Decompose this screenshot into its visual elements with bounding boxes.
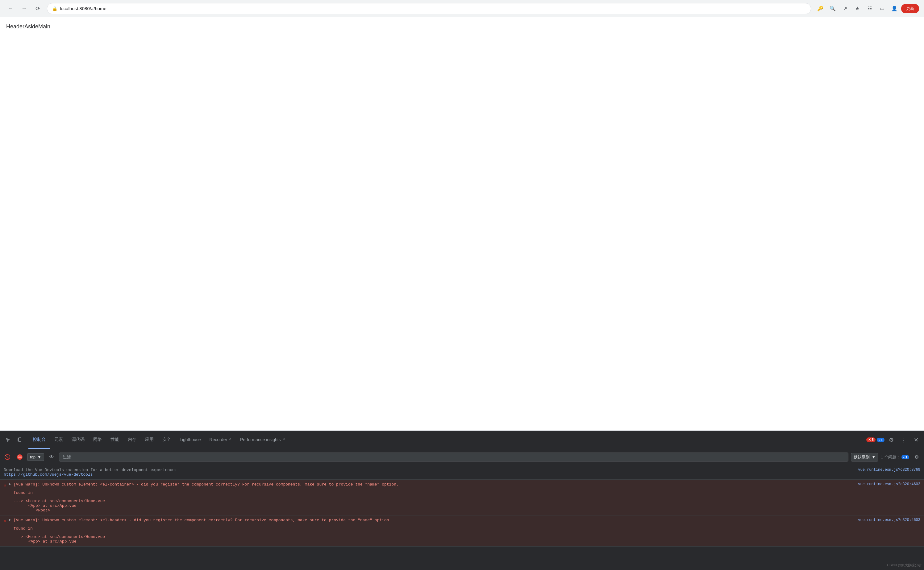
level-chevron-icon: ▼	[872, 455, 876, 459]
device-toolbar-icon[interactable]	[15, 434, 26, 446]
password-icon[interactable]: 🔑	[815, 3, 826, 14]
tab-performance[interactable]: 性能	[106, 431, 123, 449]
error-detail-1: found in	[14, 490, 856, 495]
console-messages: Download the Vue Devtools extension for …	[0, 465, 924, 570]
console-settings-icon[interactable]: ⚙	[912, 452, 921, 462]
eye-icon[interactable]: 👁	[47, 452, 57, 462]
error-icon-2: ✕	[4, 518, 6, 524]
update-button[interactable]: 更新	[901, 4, 919, 13]
tab-sources[interactable]: 源代码	[67, 431, 89, 449]
info-message-body: Download the Vue Devtools extension for …	[4, 468, 855, 477]
more-options-icon[interactable]: ⋮	[898, 434, 909, 446]
error-message-text-2: [Vue warn]: Unknown custom element: <el-…	[14, 518, 856, 522]
info-message-source[interactable]: vue.runtime.esm.js?c320:8769	[858, 468, 920, 472]
error-stack-1: ---> <Home> at src/components/Home.vue <…	[14, 499, 856, 513]
forward-button[interactable]: →	[18, 3, 30, 14]
page-content: HeaderAsideMain	[0, 17, 924, 153]
tab-recorder[interactable]: Recorder ⚐	[205, 431, 236, 449]
console-message-error-2: ✕ ► [Vue warn]: Unknown custom element: …	[0, 515, 924, 547]
inspect-element-icon[interactable]	[3, 434, 14, 446]
browser-toolbar-icons: 🔑 🔍 ↗ ★ ☷ ▭ 👤 更新	[815, 3, 919, 14]
error-message-text-1: [Vue warn]: Unknown custom element: <el-…	[14, 482, 856, 487]
back-button[interactable]: ←	[5, 3, 16, 14]
message-badge: ▪ 1	[877, 438, 884, 442]
tab-lighthouse[interactable]: Lighthouse	[175, 431, 205, 449]
context-selector[interactable]: top ▼	[27, 453, 44, 461]
tab-search-icon[interactable]: ☷	[864, 3, 875, 14]
split-icon[interactable]: ▭	[876, 3, 887, 14]
error-badge: ✕ 5	[866, 437, 876, 442]
tab-perf-insights[interactable]: Performance insights ⚐	[236, 431, 289, 449]
zoom-icon[interactable]: 🔍	[827, 3, 838, 14]
watermark: CSDN @疯大数据分析	[887, 563, 921, 567]
console-toolbar: 🚫 ⛔ top ▼ 👁 默认级别 ▼ 1 个问题： ▪ 1 ⚙	[0, 449, 924, 465]
tab-console[interactable]: 控制台	[28, 431, 50, 449]
error-message-source-1[interactable]: vue.runtime.esm.js?c320:4603	[858, 482, 920, 486]
expand-arrow-2[interactable]: ►	[9, 518, 11, 522]
lock-icon: 🔒	[52, 6, 57, 11]
page-title: HeaderAsideMain	[6, 23, 50, 30]
console-message-info: Download the Vue Devtools extension for …	[0, 465, 924, 480]
devtools-tabs: 控制台 元素 源代码 网络 性能 内存 应用 安全	[28, 431, 866, 449]
error-message-body-2: [Vue warn]: Unknown custom element: <el-…	[14, 518, 856, 544]
tab-security[interactable]: 安全	[158, 431, 175, 449]
recorder-flag-icon: ⚐	[228, 437, 231, 441]
perf-insights-flag-icon: ⚐	[282, 437, 285, 441]
filter-input[interactable]	[59, 452, 849, 461]
address-url: localhost:8080/#/home	[60, 6, 806, 11]
tab-network[interactable]: 网络	[89, 431, 106, 449]
devtools-right-toolbar: ✕ 5 ▪ 1 ⚙ ⋮ ✕	[866, 434, 921, 446]
error-stack-2: ---> <Home> at src/components/Home.vue <…	[14, 535, 856, 544]
error-message-body-1: [Vue warn]: Unknown custom element: <el-…	[14, 482, 856, 513]
devtools-toolbar: 控制台 元素 源代码 网络 性能 内存 应用 安全	[0, 431, 924, 449]
star-icon[interactable]: ★	[852, 3, 863, 14]
vue-devtools-link[interactable]: https://github.com/vuejs/vue-devtools	[4, 472, 93, 477]
tab-memory[interactable]: 内存	[123, 431, 141, 449]
expand-arrow-1[interactable]: ►	[9, 482, 11, 486]
level-selector[interactable]: 默认级别 ▼	[851, 453, 878, 461]
settings-icon[interactable]: ⚙	[886, 434, 897, 446]
error-message-source-2[interactable]: vue.runtime.esm.js?c320:4603	[858, 518, 920, 522]
devtools-panel: 控制台 元素 源代码 网络 性能 内存 应用 安全	[0, 431, 924, 570]
pause-on-exception-icon[interactable]: ⛔	[15, 452, 25, 462]
error-icon-1: ✕	[4, 483, 6, 488]
close-devtools-icon[interactable]: ✕	[910, 434, 921, 446]
address-bar[interactable]: 🔒 localhost:8080/#/home	[47, 3, 811, 14]
clear-console-icon[interactable]: 🚫	[3, 452, 12, 462]
context-chevron-icon: ▼	[37, 455, 42, 459]
info-message-text: Download the Vue Devtools extension for …	[4, 468, 177, 472]
devtools-left-icons	[3, 434, 26, 446]
issue-badge: ▪ 1	[901, 455, 909, 459]
tab-application[interactable]: 应用	[141, 431, 158, 449]
nav-buttons: ← → ⟳	[5, 3, 43, 14]
tab-elements[interactable]: 元素	[50, 431, 67, 449]
profile-icon[interactable]: 👤	[889, 3, 900, 14]
console-message-error-1: ✕ ► [Vue warn]: Unknown custom element: …	[0, 480, 924, 515]
reload-button[interactable]: ⟳	[32, 3, 43, 14]
issue-count-display: 1 个问题： ▪ 1	[881, 454, 909, 460]
browser-chrome: ← → ⟳ 🔒 localhost:8080/#/home 🔑 🔍 ↗ ★ ☷ …	[0, 0, 924, 17]
share-icon[interactable]: ↗	[839, 3, 850, 14]
error-detail-2: found in	[14, 526, 856, 531]
